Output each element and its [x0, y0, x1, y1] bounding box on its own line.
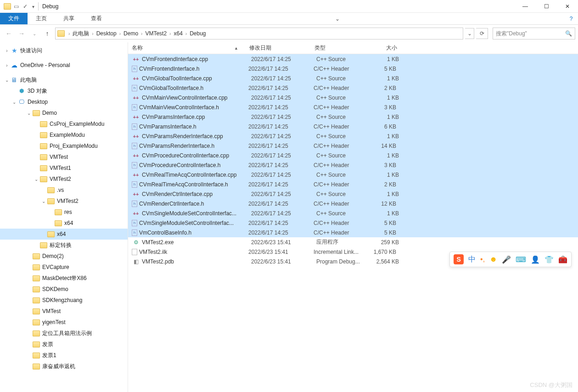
tree-folder[interactable]: ›.vs — [0, 185, 128, 196]
tree-folder[interactable]: ›定位工具箱用法示例 — [0, 328, 128, 339]
ime-logo-icon[interactable]: S — [454, 254, 464, 264]
expand-icon[interactable]: ⌄ — [26, 111, 32, 116]
column-date[interactable]: 修改日期 — [249, 44, 314, 52]
chevron-right-icon[interactable]: › — [184, 31, 189, 36]
file-row[interactable]: ++CVmProcedureControlInterface.cpp2022/6… — [128, 151, 578, 160]
column-type[interactable]: 类型 — [314, 44, 368, 52]
tree-folder[interactable]: ⌄VMTest2 — [0, 196, 128, 207]
file-row[interactable]: hCVmGlobalToolInterface.h2022/6/17 14:25… — [128, 83, 578, 93]
ime-user-icon[interactable]: 👤 — [531, 255, 540, 264]
address-history-button[interactable]: ⌄ — [465, 28, 474, 39]
tree-folder[interactable]: ›CsProj_ExampleModu — [0, 118, 128, 129]
tree-folder[interactable]: ›康奋威串返机 — [0, 361, 128, 372]
ime-voice-icon[interactable]: 🎤 — [502, 255, 511, 264]
help-icon[interactable]: ? — [564, 13, 578, 24]
qat-newfolder-icon[interactable]: ✓ — [23, 3, 29, 10]
file-row[interactable]: ++CVmParamsInterface.cpp2022/6/17 14:25C… — [128, 112, 578, 122]
tree-folder[interactable]: ⌄VMTest2 — [0, 174, 128, 185]
tree-folder[interactable]: ›res — [0, 207, 128, 218]
file-row[interactable]: hCVmParamsInterface.h2022/6/17 14:25C/C+… — [128, 122, 578, 131]
nav-back-button[interactable] — [3, 28, 15, 39]
file-row[interactable]: hCVmRenderCtrlInterface.h2022/6/17 14:25… — [128, 199, 578, 208]
tree-folder[interactable]: ›SDKfengzhuang — [0, 295, 128, 306]
nav-3d-objects[interactable]: › ⬢ 3D 对象 — [0, 85, 128, 96]
tab-share[interactable]: 共享 — [55, 13, 83, 24]
ime-lang-button[interactable]: 中 — [468, 255, 476, 264]
file-row[interactable]: ++CVmSingleModuleSetControlInterfac...20… — [128, 208, 578, 218]
file-row[interactable]: ⚙VMTest2.exe2022/6/23 15:41应用程序259 KB — [128, 237, 578, 247]
tree-folder[interactable]: ›VMTest — [0, 306, 128, 317]
tree-folder[interactable]: ›ExampleModu — [0, 129, 128, 140]
tree-folder[interactable]: ›发票 — [0, 339, 128, 350]
crumb-desktop[interactable]: Desktop — [95, 30, 118, 37]
file-row[interactable]: ++CVmParamsRenderInterface.cpp2022/6/17 … — [128, 131, 578, 141]
nav-quick-access[interactable]: › ★ 快速访问 — [0, 45, 128, 56]
file-row[interactable]: ++CVmMainViewControlInterface.cpp2022/6/… — [128, 93, 578, 102]
file-row[interactable]: ++CVmRealTimeAcqControlInterface.cpp2022… — [128, 170, 578, 179]
ime-skin-icon[interactable]: 👕 — [544, 255, 554, 264]
crumb-demo[interactable]: Demo — [123, 30, 139, 37]
file-row[interactable]: hCVmFrontendInterface.h2022/6/17 14:25C/… — [128, 64, 578, 73]
column-name[interactable]: 名称 ▲ — [132, 44, 249, 52]
nav-desktop[interactable]: ⌄ 🖵 Desktop — [0, 96, 128, 107]
tree-folder[interactable]: ›VMTest — [0, 151, 128, 162]
file-row[interactable]: hCVmParamsRenderInterface.h2022/6/17 14:… — [128, 141, 578, 151]
nav-up-button[interactable] — [41, 28, 53, 39]
nav-this-pc[interactable]: ⌄ 🖥 此电脑 — [0, 74, 128, 85]
tree-folder[interactable]: ›yigenTest — [0, 317, 128, 328]
chevron-right-icon[interactable]: › — [90, 31, 95, 36]
tree-folder[interactable]: ›Demo(2) — [0, 251, 128, 262]
nav-onedrive[interactable]: › ☁ OneDrive - Personal — [0, 60, 128, 71]
file-row[interactable]: hCVmRealTimeAcqControlInterface.h2022/6/… — [128, 179, 578, 189]
ime-punct-icon[interactable]: •, — [480, 255, 485, 263]
file-row[interactable]: hCVmProcedureControlInterface.h2022/6/17… — [128, 160, 578, 170]
tab-home[interactable]: 主页 — [28, 13, 55, 24]
navigation-pane[interactable]: › ★ 快速访问 › ☁ OneDrive - Personal ⌄ 🖥 此电脑… — [0, 42, 128, 392]
file-row[interactable]: ++CVmGlobalToolInterface.cpp2022/6/17 14… — [128, 73, 578, 83]
ime-keyboard-icon[interactable]: ⌨ — [516, 255, 526, 264]
ime-emoji-icon[interactable]: ☻ — [489, 255, 497, 263]
file-list-pane[interactable]: 名称 ▲ 修改日期 类型 大小 ++CVmFrontendInterface.c… — [128, 42, 578, 392]
file-row[interactable]: hCVmSingleModuleSetControlInterfac...202… — [128, 218, 578, 228]
chevron-right-icon[interactable]: › — [139, 31, 144, 36]
ime-toolbox-icon[interactable]: 🧰 — [558, 255, 567, 264]
nav-forward-button[interactable] — [16, 28, 28, 39]
ribbon-collapse-icon[interactable]: ⌄ — [331, 13, 344, 24]
crumb-pc[interactable]: 此电脑 — [72, 30, 90, 38]
tab-view[interactable]: 查看 — [83, 13, 110, 24]
tree-folder[interactable]: ›x64 — [0, 229, 128, 240]
chevron-right-icon[interactable]: › — [168, 31, 173, 36]
tree-folder[interactable]: ›EVCapture — [0, 262, 128, 273]
expand-icon[interactable]: ⌄ — [33, 177, 39, 182]
crumb-vmtest2[interactable]: VMTest2 — [144, 30, 168, 37]
maximize-button[interactable]: ☐ — [536, 0, 557, 13]
tab-file[interactable]: 文件 — [0, 13, 28, 24]
tree-folder[interactable]: ⌄Demo — [0, 107, 128, 118]
tree-folder[interactable]: ›SDKDemo — [0, 284, 128, 295]
tree-folder[interactable]: ›Proj_ExampleModu — [0, 140, 128, 151]
breadcrumb-bar[interactable]: › 此电脑 › Desktop › Demo › VMTest2 › x64 ›… — [55, 28, 463, 39]
tree-folder[interactable]: ›MaskDetect带X86 — [0, 273, 128, 284]
file-row[interactable]: hCVmMainViewControlInterface.h2022/6/17 … — [128, 102, 578, 112]
chevron-right-icon[interactable]: › — [118, 31, 123, 36]
file-row[interactable]: ++CVmRenderCtrlInterface.cpp2022/6/17 14… — [128, 189, 578, 199]
file-row[interactable]: ++CVmFrontendInterface.cpp2022/6/17 14:2… — [128, 54, 578, 64]
tree-folder[interactable]: ›发票1 — [0, 350, 128, 361]
column-size[interactable]: 大小 — [368, 44, 401, 52]
close-button[interactable]: ✕ — [557, 0, 578, 13]
crumb-x64[interactable]: x64 — [173, 30, 183, 37]
file-row[interactable]: hVmControlBaseInfo.h2022/6/17 14:25C/C++… — [128, 228, 578, 237]
ime-toolbar[interactable]: S 中 •, ☻ 🎤 ⌨ 👤 👕 🧰 — [449, 252, 572, 267]
qat-properties-icon[interactable]: ▭ — [14, 3, 20, 10]
crumb-debug[interactable]: Debug — [189, 30, 207, 37]
search-input[interactable]: 搜索"Debug" 🔍 — [493, 28, 575, 39]
nav-recent-button[interactable] — [28, 28, 40, 39]
refresh-button[interactable]: ⟳ — [476, 28, 488, 39]
expand-icon[interactable]: ⌄ — [40, 199, 47, 204]
tree-folder[interactable]: ›VMTest1 — [0, 162, 128, 174]
tree-folder[interactable]: ›标定转换 — [0, 240, 128, 251]
qat-customize-icon[interactable] — [32, 3, 34, 10]
minimize-button[interactable]: — — [515, 0, 536, 13]
chevron-right-icon[interactable]: › — [67, 31, 72, 36]
tree-folder[interactable]: ›x64 — [0, 218, 128, 229]
